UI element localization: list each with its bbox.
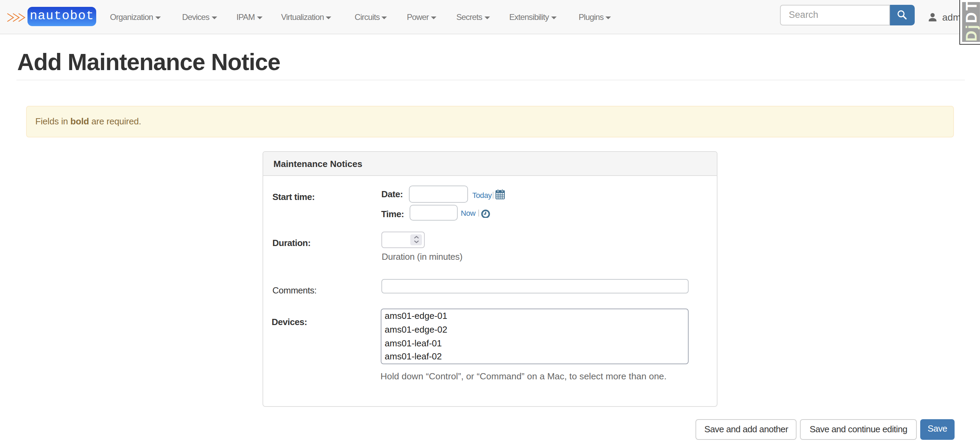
svg-text:DjDT: DjDT [963,2,980,41]
